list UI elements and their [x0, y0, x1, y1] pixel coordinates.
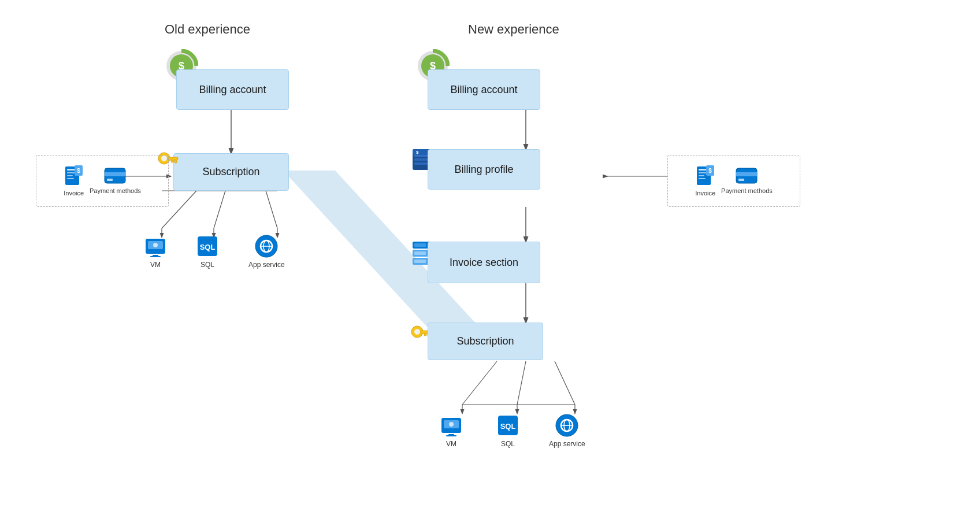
svg-rect-64	[414, 251, 426, 255]
old-payment-item: Payment methods	[90, 168, 141, 194]
svg-rect-28	[175, 160, 177, 163]
new-experience-title: New experience	[468, 22, 559, 37]
new-app-service-item: App service	[549, 413, 585, 448]
old-dashed-box: $ Invoice Payment methods	[36, 155, 169, 207]
old-subscription-box: Subscription	[173, 153, 289, 191]
old-experience-title: Old experience	[165, 22, 250, 37]
svg-point-32	[153, 243, 158, 247]
svg-rect-42	[67, 169, 75, 171]
svg-text:SQL: SQL	[500, 422, 516, 431]
new-invoice-item: $ Invoice	[695, 165, 715, 197]
new-payment-item: Payment methods	[721, 168, 773, 194]
svg-text:SQL: SQL	[200, 243, 216, 251]
svg-rect-50	[107, 179, 113, 181]
svg-rect-34	[150, 256, 161, 257]
svg-text:$: $	[416, 150, 419, 155]
svg-rect-90	[736, 172, 757, 176]
svg-rect-43	[67, 172, 75, 173]
svg-rect-75	[446, 435, 456, 436]
svg-line-18	[555, 361, 575, 405]
svg-line-16	[517, 361, 526, 405]
svg-point-73	[449, 422, 454, 427]
new-billing-profile-box: Billing profile	[428, 149, 540, 190]
svg-rect-45	[67, 178, 74, 179]
svg-text:$: $	[708, 168, 712, 174]
old-vm-item: VM	[143, 234, 168, 269]
svg-rect-70	[424, 334, 426, 336]
svg-rect-86	[699, 178, 706, 179]
svg-rect-83	[699, 169, 707, 171]
old-app-service-item: App service	[248, 234, 285, 269]
new-vm-item: VM	[439, 413, 463, 448]
svg-rect-85	[699, 175, 704, 176]
svg-line-6	[266, 191, 277, 228]
svg-rect-63	[414, 243, 426, 247]
new-dashed-box: $ Invoice Payment methods	[667, 155, 800, 207]
old-invoice-item: $ Invoice	[64, 165, 84, 197]
old-billing-account-box: Billing account	[176, 69, 289, 110]
new-invoice-section-box: Invoice section	[428, 242, 540, 283]
svg-line-14	[462, 361, 497, 405]
svg-rect-29	[171, 160, 173, 162]
svg-rect-84	[699, 172, 707, 173]
svg-point-67	[414, 329, 420, 335]
svg-line-4	[214, 191, 225, 228]
new-billing-account-box: Billing account	[428, 69, 540, 110]
new-sql-item: SQL SQL	[496, 413, 520, 448]
svg-rect-44	[67, 175, 73, 176]
svg-rect-27	[168, 157, 178, 160]
svg-rect-91	[738, 179, 744, 181]
diagram-container: { "old_experience": { "title": "Old expe…	[0, 0, 980, 526]
svg-text:$: $	[77, 168, 80, 174]
svg-rect-49	[105, 172, 125, 176]
svg-rect-65	[414, 260, 426, 263]
old-sql-item: SQL SQL	[195, 234, 220, 269]
new-subscription-box: Subscription	[428, 323, 543, 360]
